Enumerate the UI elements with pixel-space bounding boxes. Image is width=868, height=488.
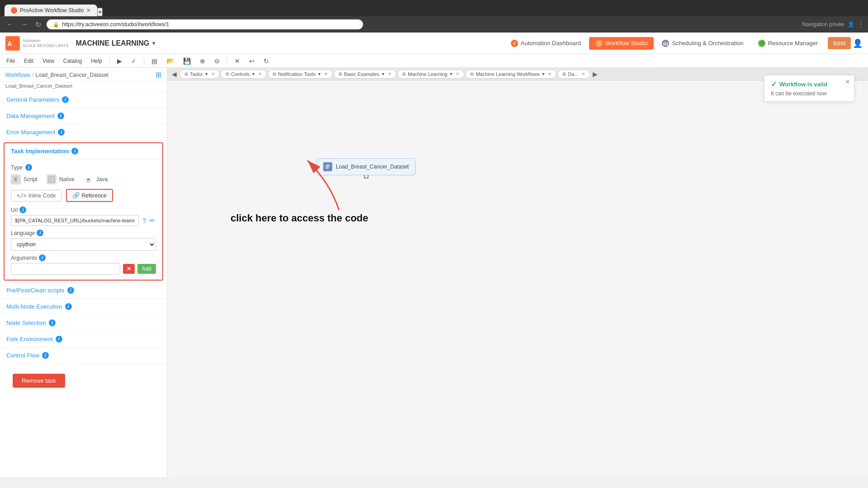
menu-edit[interactable]: Edit bbox=[22, 57, 35, 65]
url-input[interactable] bbox=[11, 215, 139, 226]
export-button[interactable]: ⊖ bbox=[212, 56, 222, 66]
reference-label: Reference bbox=[81, 192, 106, 199]
type-section: Type i Script Native bbox=[5, 160, 162, 280]
address-bar[interactable]: 🔒 https://try.activeeon.com/studio/#work… bbox=[47, 19, 363, 29]
tab-tasks-close-icon[interactable]: ✕ bbox=[211, 71, 215, 76]
scheduling-button[interactable]: 📅 Scheduling & Orchestration bbox=[656, 37, 750, 50]
save-button[interactable]: 💾 bbox=[181, 56, 193, 66]
tab-basic-close-icon[interactable]: ✕ bbox=[388, 71, 392, 76]
control-flow-section[interactable]: Control Flow i bbox=[0, 347, 167, 364]
url-field-row: ? ✏ bbox=[11, 215, 156, 226]
url-field-group: Url i ? ✏ bbox=[11, 206, 156, 226]
tab-tasks[interactable]: Tasks ▼ ✕ bbox=[179, 70, 220, 79]
breadcrumb-workflows-link[interactable]: Workflows bbox=[5, 72, 30, 78]
type-info-icon[interactable]: i bbox=[25, 164, 32, 171]
pre-post-clean-info-icon[interactable]: i bbox=[67, 287, 74, 294]
import-button[interactable]: ⊕ bbox=[198, 56, 207, 66]
type-row: Type i bbox=[11, 164, 156, 171]
tab-favicon bbox=[11, 7, 17, 14]
redo-button[interactable]: ↻ bbox=[262, 56, 271, 66]
error-management-info-icon[interactable]: i bbox=[58, 129, 65, 136]
workflow-valid-notification: ✓ Workflow is valid It can be executed n… bbox=[764, 75, 854, 102]
task-impl-info-icon[interactable]: i bbox=[71, 148, 78, 155]
fork-environment-title: Fork Environment bbox=[6, 336, 53, 343]
grid-view-icon[interactable]: ⊞ bbox=[156, 70, 161, 79]
tab-ml-close-icon[interactable]: ✕ bbox=[456, 71, 459, 76]
workflow-valid-close-icon[interactable]: ✕ bbox=[845, 78, 850, 85]
svg-text:A: A bbox=[7, 40, 12, 47]
fork-environment-section[interactable]: Fork Environment i bbox=[0, 331, 167, 347]
task-implementation-section[interactable]: Task Implementation i bbox=[5, 143, 162, 160]
tab-da[interactable]: Da... ✕ bbox=[557, 70, 590, 79]
menu-dots-icon[interactable]: ⋮ bbox=[858, 21, 863, 28]
tab-basic-examples[interactable]: Basic Examples ▼ ✕ bbox=[334, 70, 396, 79]
url-edit-button[interactable]: ✏ bbox=[149, 216, 156, 225]
tab-nav-left-button[interactable]: ◀ bbox=[170, 70, 179, 79]
tab-controls[interactable]: Controls ▼ ✕ bbox=[221, 70, 267, 79]
app-logo: A Activeeon SCALE BEYOND LIMITS bbox=[5, 36, 69, 51]
menu-catalog[interactable]: Catalog bbox=[61, 57, 84, 65]
open-button[interactable]: 📂 bbox=[165, 56, 176, 66]
language-info-icon[interactable]: i bbox=[37, 230, 43, 236]
node-selection-info-icon[interactable]: i bbox=[49, 319, 56, 326]
tab-notification-close-icon[interactable]: ✕ bbox=[324, 71, 328, 76]
automation-dashboard-button[interactable]: ⚡ Automation Dashboard bbox=[505, 37, 587, 50]
new-tab-button[interactable]: + bbox=[97, 8, 103, 16]
node-selection-title: Node Selection bbox=[6, 319, 46, 326]
run-button[interactable]: ▶ bbox=[115, 56, 124, 66]
reference-button[interactable]: 🔗 Reference bbox=[66, 189, 113, 202]
user-avatar-header-icon: 👤 bbox=[853, 38, 863, 48]
general-params-section[interactable]: General Parameters i bbox=[0, 92, 167, 108]
tab-ml-workflows[interactable]: Machine Learning Workflows ▼ ✕ bbox=[465, 70, 557, 79]
logo-brand: Activeeon bbox=[23, 38, 69, 43]
tab-da-close-icon[interactable]: ✕ bbox=[581, 71, 585, 76]
reload-button[interactable]: ↻ bbox=[33, 19, 43, 30]
general-params-info-icon[interactable]: i bbox=[62, 96, 69, 103]
tab-ml-dot-icon bbox=[402, 72, 406, 76]
arguments-info-icon[interactable]: i bbox=[39, 254, 46, 261]
add-argument-button[interactable]: Add bbox=[137, 264, 156, 274]
arguments-input[interactable] bbox=[11, 263, 120, 275]
scheduling-label: Scheduling & Orchestration bbox=[672, 40, 743, 47]
language-select[interactable]: cpython bash groovy python bbox=[11, 238, 156, 251]
forward-button[interactable]: → bbox=[19, 19, 30, 29]
data-management-section[interactable]: Data Management i bbox=[0, 108, 167, 124]
back-button[interactable]: ← bbox=[5, 19, 15, 29]
arguments-field-group: Arguments i ✕ Add bbox=[11, 254, 156, 275]
script-type-option[interactable]: Script bbox=[11, 174, 38, 184]
tab-nav-right-button[interactable]: ▶ bbox=[591, 70, 599, 79]
menu-file[interactable]: File bbox=[5, 57, 17, 65]
tab-mlw-close-icon[interactable]: ✕ bbox=[548, 71, 552, 76]
new-workflow-button[interactable]: ▤ bbox=[150, 56, 159, 66]
inline-code-button[interactable]: </> Inline Code bbox=[11, 190, 61, 202]
tab-close-icon[interactable]: ✕ bbox=[86, 7, 91, 14]
delete-button[interactable]: ✕ bbox=[233, 56, 242, 66]
multi-node-section[interactable]: Multi-Node Execution i bbox=[0, 299, 167, 315]
active-tab[interactable]: ProActive Workflow Studio ✕ bbox=[5, 5, 97, 16]
control-flow-info-icon[interactable]: i bbox=[42, 352, 49, 359]
resource-manager-button[interactable]: 🌿 Resource Manager bbox=[752, 37, 825, 50]
node-selection-section[interactable]: Node Selection i bbox=[0, 315, 167, 331]
tab-controls-close-icon[interactable]: ✕ bbox=[258, 71, 262, 76]
tab-notification-arrow-icon: ▼ bbox=[317, 72, 321, 76]
java-type-option[interactable]: ☕ Java bbox=[84, 174, 108, 184]
validate-button[interactable]: ✓ bbox=[129, 56, 138, 66]
tab-machine-learning[interactable]: Machine Learning ▼ ✕ bbox=[397, 70, 464, 79]
undo-button[interactable]: ↩ bbox=[247, 56, 256, 66]
error-management-section[interactable]: Error Management i bbox=[0, 124, 167, 141]
tab-notification-tools[interactable]: Notification Tools ▼ ✕ bbox=[268, 70, 333, 79]
url-help-button[interactable]: ? bbox=[142, 216, 147, 225]
clear-argument-button[interactable]: ✕ bbox=[123, 264, 135, 274]
remove-task-button[interactable]: Remove task bbox=[13, 374, 65, 388]
data-management-info-icon[interactable]: i bbox=[57, 113, 64, 119]
user-button[interactable]: bizid bbox=[828, 37, 851, 49]
svg-text:☕: ☕ bbox=[85, 177, 92, 183]
fork-environment-info-icon[interactable]: i bbox=[56, 336, 62, 343]
workflow-studio-button[interactable]: ⚡ Workflow Studio bbox=[589, 37, 654, 50]
multi-node-info-icon[interactable]: i bbox=[65, 303, 72, 310]
native-type-option[interactable]: Native bbox=[47, 174, 75, 184]
url-info-icon[interactable]: i bbox=[19, 206, 26, 213]
pre-post-clean-section[interactable]: Pre/Post/Clean scripts i bbox=[0, 282, 167, 299]
menu-view[interactable]: View bbox=[41, 57, 56, 65]
menu-help[interactable]: Help bbox=[89, 57, 104, 65]
